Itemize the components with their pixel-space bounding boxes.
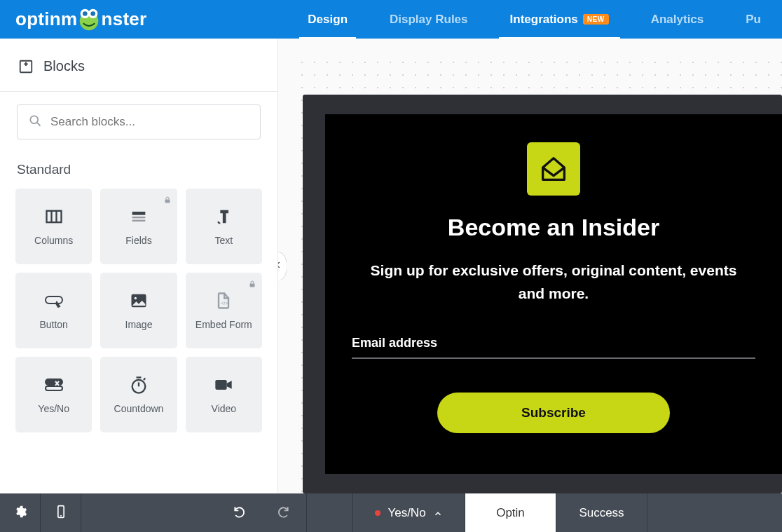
- svg-rect-28: [216, 380, 227, 390]
- step-success-label: Success: [579, 506, 624, 520]
- svg-rect-22: [46, 379, 62, 385]
- blocks-grid: Columns Fields Text: [0, 189, 277, 446]
- svg-point-24: [132, 380, 146, 393]
- block-button[interactable]: Button: [15, 273, 92, 348]
- svg-point-8: [30, 116, 38, 123]
- sidebar-header: Blocks: [0, 39, 277, 92]
- nav-design[interactable]: Design: [287, 0, 369, 39]
- bottom-right-spacer: [647, 493, 782, 532]
- bottom-spacer: [81, 493, 216, 532]
- fields-icon: [129, 207, 149, 226]
- new-badge: NEW: [583, 14, 609, 25]
- settings-button[interactable]: [0, 493, 41, 532]
- svg-rect-20: [250, 284, 255, 287]
- svg-point-4: [91, 11, 96, 16]
- block-video[interactable]: Video: [186, 357, 262, 432]
- svg-point-19: [135, 297, 137, 300]
- block-countdown[interactable]: Countdown: [100, 357, 177, 432]
- sidebar-title: Blocks: [43, 58, 85, 74]
- block-text[interactable]: Text: [186, 189, 262, 264]
- block-yes-no[interactable]: Yes/No: [15, 357, 92, 432]
- countdown-icon: [129, 375, 149, 395]
- embed-form-icon: </>: [214, 291, 233, 311]
- nav-publish[interactable]: Pu: [725, 0, 782, 39]
- nav-display-rules[interactable]: Display Rules: [369, 0, 489, 39]
- svg-line-27: [144, 378, 145, 380]
- save-button[interactable]: [307, 493, 353, 532]
- svg-rect-17: [46, 296, 62, 303]
- search-icon: [28, 114, 42, 130]
- lock-icon: [248, 278, 256, 288]
- block-fields[interactable]: Fields: [100, 189, 177, 264]
- main-area: Blocks Standard Columns: [0, 39, 782, 493]
- step-yes-no[interactable]: Yes/No: [353, 493, 465, 532]
- block-label: Columns: [34, 235, 73, 246]
- undo-icon: [233, 509, 247, 521]
- top-nav: Design Display Rules Integrations NEW An…: [287, 0, 782, 39]
- brand-text-part1: optinm: [15, 8, 77, 30]
- mobile-icon: [54, 505, 68, 521]
- step-optin-label: Optin: [496, 506, 525, 520]
- mobile-preview-button[interactable]: [41, 493, 81, 532]
- video-icon: [214, 375, 233, 395]
- history-controls: [216, 493, 307, 532]
- svg-rect-23: [46, 386, 62, 390]
- subscribe-button[interactable]: Subscribe: [437, 393, 670, 433]
- brand-mascot-icon: [76, 6, 102, 33]
- nav-integrations-label: Integrations: [510, 13, 578, 27]
- brand-text-part2: nster: [101, 8, 146, 30]
- svg-rect-15: [132, 217, 146, 218]
- email-field[interactable]: Email address: [352, 336, 755, 359]
- popup-subheading[interactable]: Sign up for exclusive offers, original c…: [357, 259, 750, 305]
- block-label: Fields: [125, 235, 151, 246]
- envelope-icon: [527, 142, 580, 196]
- svg-rect-10: [46, 211, 61, 222]
- brand-logo[interactable]: optinm nster: [15, 6, 147, 33]
- columns-icon: [44, 207, 64, 226]
- block-label: Text: [214, 235, 233, 246]
- block-image[interactable]: Image: [100, 273, 177, 348]
- lock-icon: [163, 194, 172, 204]
- block-label: Countdown: [114, 403, 164, 414]
- nav-integrations[interactable]: Integrations NEW: [489, 0, 630, 39]
- section-standard-title: Standard: [0, 144, 277, 189]
- status-dot-icon: [375, 510, 380, 516]
- top-bar: optinm nster Design Display Rules Integr…: [0, 0, 782, 39]
- popup-frame: Become an Insider Sign up for exclusive …: [303, 95, 782, 493]
- popup-preview[interactable]: Become an Insider Sign up for exclusive …: [325, 114, 782, 474]
- block-label: Image: [125, 319, 153, 330]
- blocks-icon: [18, 59, 34, 74]
- bottom-bar: Yes/No Optin Success: [0, 493, 782, 532]
- gear-icon: [13, 505, 27, 521]
- svg-point-3: [83, 11, 88, 16]
- svg-rect-13: [165, 200, 170, 203]
- redo-button[interactable]: [276, 505, 290, 521]
- step-optin[interactable]: Optin: [465, 493, 556, 532]
- step-success[interactable]: Success: [556, 493, 647, 532]
- search-input[interactable]: [50, 115, 249, 129]
- block-embed-form[interactable]: </> Embed Form: [186, 273, 262, 348]
- svg-line-9: [37, 123, 41, 126]
- block-columns[interactable]: Columns: [15, 189, 92, 264]
- button-icon: [44, 291, 64, 311]
- search-blocks[interactable]: [17, 104, 261, 139]
- yes-no-icon: [44, 375, 64, 395]
- undo-button[interactable]: [233, 505, 247, 521]
- block-label: Embed Form: [196, 319, 252, 330]
- design-canvas[interactable]: Become an Insider Sign up for exclusive …: [278, 39, 782, 493]
- nav-analytics[interactable]: Analytics: [630, 0, 725, 39]
- chevron-up-icon: [433, 508, 443, 518]
- block-label: Yes/No: [38, 403, 69, 414]
- redo-icon: [276, 509, 290, 521]
- image-icon: [129, 291, 149, 311]
- svg-rect-16: [132, 220, 146, 221]
- popup-heading[interactable]: Become an Insider: [352, 214, 755, 241]
- block-label: Video: [212, 403, 237, 414]
- sidebar-blocks: Blocks Standard Columns: [0, 39, 278, 493]
- block-label: Button: [39, 319, 67, 330]
- text-icon: [214, 207, 233, 226]
- svg-rect-14: [132, 212, 146, 215]
- svg-text:</>: </>: [221, 301, 228, 306]
- step-yesno-label: Yes/No: [387, 506, 425, 520]
- email-label: Email address: [352, 336, 437, 350]
